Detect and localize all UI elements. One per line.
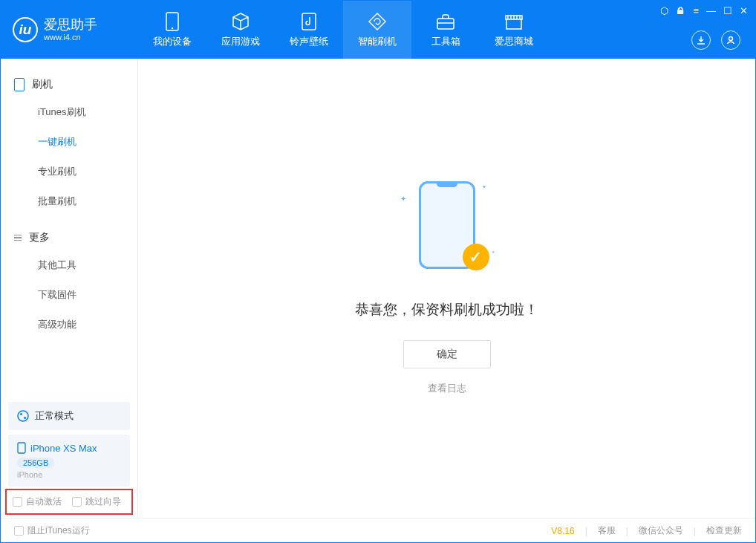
tab-toolbox[interactable]: 工具箱	[411, 1, 480, 59]
app-name: 爱思助手	[44, 18, 97, 33]
header-right-icons	[691, 30, 740, 50]
tab-label: 智能刷机	[358, 35, 397, 48]
status-label: 正常模式	[35, 409, 74, 423]
phone-icon	[17, 442, 26, 454]
checkbox-box	[72, 497, 82, 507]
sidebar-section-more: 更多	[1, 225, 137, 250]
sidebar-item-pro-flash[interactable]: 专业刷机	[1, 157, 137, 186]
status-icon	[17, 410, 29, 422]
sidebar: 刷机 iTunes刷机 一键刷机 专业刷机 批量刷机 更多 其他工具 下载固件 …	[1, 59, 138, 518]
tab-ringtones[interactable]: 铃声壁纸	[275, 1, 343, 59]
toolbox-icon	[436, 12, 455, 31]
footer-right: V8.16 | 客服 | 微信公众号 | 检查更新	[551, 524, 742, 537]
check-badge-icon: ✓	[463, 244, 489, 270]
divider: |	[585, 526, 587, 536]
section-title: 更多	[29, 231, 50, 244]
app-url: www.i4.cn	[44, 33, 97, 42]
tab-label: 铃声壁纸	[290, 35, 328, 48]
lock-icon[interactable]: 🔒︎	[676, 5, 685, 16]
tab-label: 我的设备	[153, 35, 192, 48]
tab-smart-flash[interactable]: 智能刷机	[343, 1, 411, 59]
svg-point-7	[24, 417, 26, 419]
tab-label: 应用游戏	[221, 35, 260, 48]
checkbox-label: 跳过向导	[85, 495, 121, 508]
device-name-row: iPhone XS Max	[17, 442, 121, 454]
footer: 阻止iTunes运行 V8.16 | 客服 | 微信公众号 | 检查更新	[1, 518, 755, 543]
logo-text: 爱思助手 www.i4.cn	[44, 18, 97, 42]
divider: |	[694, 526, 696, 536]
view-log-link[interactable]: 查看日志	[428, 382, 466, 395]
download-icon[interactable]	[691, 30, 711, 50]
version-label: V8.16	[551, 526, 574, 536]
sidebar-section-flash: 刷机	[1, 72, 137, 97]
device-type: iPhone	[17, 470, 121, 479]
shirt-icon[interactable]: ⬡	[660, 5, 668, 16]
footer-link-support[interactable]: 客服	[598, 524, 616, 537]
nav-tabs: 我的设备 应用游戏 铃声壁纸 智能刷机 工具箱 爱思商城	[138, 1, 548, 59]
checkbox-label: 阻止iTunes运行	[27, 524, 90, 537]
checkbox-row-highlighted: 自动激活 跳过向导	[5, 489, 133, 515]
hamburger-icon	[14, 235, 22, 241]
phone-notch	[437, 182, 457, 187]
tab-store[interactable]: 爱思商城	[480, 1, 548, 59]
user-icon[interactable]	[721, 30, 740, 50]
phone-icon	[14, 78, 25, 91]
sidebar-item-download-firmware[interactable]: 下载固件	[1, 280, 137, 310]
svg-point-6	[20, 413, 22, 415]
device-info-card[interactable]: iPhone XS Max 256GB iPhone	[8, 435, 130, 487]
svg-rect-8	[18, 443, 25, 453]
footer-link-wechat[interactable]: 微信公众号	[639, 524, 683, 537]
sidebar-item-oneclick-flash[interactable]: 一键刷机	[1, 127, 137, 157]
sparkle-icon: +	[492, 249, 495, 256]
logo-icon: iu	[13, 17, 38, 42]
window-controls: ⬡ 🔒︎ ≡ — ☐ ✕	[660, 5, 748, 16]
sparkle-icon: ✦	[482, 184, 486, 190]
menu-icon[interactable]: ≡	[693, 5, 699, 16]
maximize-button[interactable]: ☐	[723, 5, 732, 16]
logo-area[interactable]: iu 爱思助手 www.i4.cn	[1, 17, 138, 42]
sidebar-item-advanced[interactable]: 高级功能	[1, 310, 137, 339]
refresh-icon	[368, 12, 387, 31]
checkbox-block-itunes[interactable]: 阻止iTunes运行	[14, 524, 90, 537]
footer-link-update[interactable]: 检查更新	[706, 524, 742, 537]
footer-left: 阻止iTunes运行	[14, 524, 90, 537]
music-icon	[299, 12, 319, 31]
checkbox-box	[14, 526, 24, 536]
tab-my-device[interactable]: 我的设备	[138, 1, 206, 59]
checkbox-auto-activate[interactable]: 自动激活	[13, 495, 62, 508]
svg-rect-3	[437, 19, 454, 29]
svg-point-5	[18, 411, 28, 421]
tab-label: 工具箱	[431, 35, 460, 48]
device-status-card[interactable]: 正常模式	[8, 402, 130, 430]
checkbox-box	[13, 497, 22, 507]
checkbox-label: 自动激活	[26, 495, 62, 508]
close-button[interactable]: ✕	[740, 5, 748, 16]
device-name: iPhone XS Max	[30, 443, 97, 454]
tab-label: 爱思商城	[495, 35, 533, 48]
sparkle-icon: ✦	[400, 195, 406, 203]
shop-icon	[504, 12, 524, 31]
svg-point-4	[729, 37, 733, 41]
header: iu 爱思助手 www.i4.cn 我的设备 应用游戏 铃声壁纸 智能刷机 工具…	[1, 1, 755, 59]
svg-rect-2	[302, 13, 316, 30]
sidebar-item-batch-flash[interactable]: 批量刷机	[1, 186, 137, 216]
checkbox-skip-guide[interactable]: 跳过向导	[72, 495, 121, 508]
sidebar-item-other-tools[interactable]: 其他工具	[1, 250, 137, 280]
tab-apps-games[interactable]: 应用游戏	[206, 1, 275, 59]
body-area: 刷机 iTunes刷机 一键刷机 专业刷机 批量刷机 更多 其他工具 下载固件 …	[1, 59, 755, 518]
svg-point-1	[172, 27, 173, 28]
main-content: ✦ ✦ + ✓ 恭喜您，保资料刷机成功啦！ 确定 查看日志	[138, 59, 755, 518]
success-message: 恭喜您，保资料刷机成功啦！	[355, 300, 538, 319]
success-illustration: ✦ ✦ + ✓	[399, 181, 495, 278]
cube-icon	[231, 12, 250, 31]
minimize-button[interactable]: —	[706, 5, 716, 16]
divider: |	[626, 526, 628, 536]
section-title: 刷机	[32, 78, 53, 91]
confirm-button[interactable]: 确定	[403, 340, 491, 368]
device-icon	[163, 12, 182, 31]
device-storage: 256GB	[17, 458, 54, 468]
sidebar-item-itunes-flash[interactable]: iTunes刷机	[1, 97, 137, 127]
